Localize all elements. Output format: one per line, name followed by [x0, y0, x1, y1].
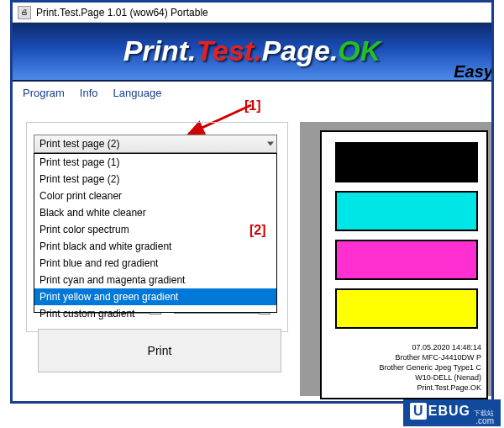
chevron-down-icon — [267, 142, 274, 146]
banner: Print.Test.Page.OK Easy — [13, 23, 491, 82]
dropdown-option[interactable]: Print color spectrum — [34, 221, 276, 238]
menu-language[interactable]: Language — [113, 87, 162, 99]
watermark-tld: .com — [475, 417, 494, 425]
print-button-label: Print — [148, 344, 172, 357]
swatch-yellow — [335, 288, 478, 329]
dropdown-option[interactable]: Color print cleaner — [34, 188, 276, 204]
dropdown-option[interactable]: Print test page (1) — [34, 154, 276, 171]
watermark-brand: EBUG — [428, 404, 470, 419]
banner-easy-label: Easy — [454, 62, 491, 82]
content-area: [1] [2] [3] Print test page (2) Print te… — [13, 103, 491, 401]
menu-program[interactable]: Program — [23, 87, 65, 99]
swatch-black — [335, 142, 478, 182]
dropdown-option[interactable]: Print blue and red gradient — [34, 255, 276, 272]
dropdown-option[interactable]: Print yellow and green gradient — [34, 288, 276, 305]
swatch-cyan — [335, 191, 478, 231]
dropdown-option[interactable]: Print custom gradient — [34, 305, 276, 322]
swatch-magenta — [335, 240, 478, 280]
banner-logo-text: Print.Test.Page.OK — [123, 34, 381, 66]
app-icon: 🖨 — [18, 6, 31, 19]
preview-page: 07.05.2020 14:48:14 Brother MFC-J4410DW … — [320, 130, 488, 399]
watermark-logo-icon: U — [410, 403, 427, 420]
dropdown-option[interactable]: Print test page (2) — [34, 171, 276, 188]
options-groupbox: Print test page (2) Print test page (1)P… — [26, 122, 288, 332]
dropdown-option[interactable]: Print black and white gradient — [34, 238, 276, 255]
print-button[interactable]: Print — [38, 329, 281, 373]
dropdown-option[interactable]: Print cyan and magenta gradient — [34, 272, 276, 288]
test-page-combobox[interactable]: Print test page (2) — [34, 135, 277, 153]
window-title: Print.Test.Page 1.01 (wow64) Portable — [36, 7, 208, 18]
preview-meta: 07.05.2020 14:48:14 Brother MFC-J4410DW … — [332, 342, 481, 393]
dropdown-option[interactable]: Black and white cleaner — [34, 204, 276, 221]
menu-info[interactable]: Info — [80, 87, 98, 99]
titlebar: 🖨 Print.Test.Page 1.01 (wow64) Portable — [13, 3, 491, 23]
test-page-dropdown[interactable]: Print test page (1)Print test page (2)Co… — [34, 153, 277, 313]
combobox-value: Print test page (2) — [39, 138, 119, 150]
menubar: Program Info Language — [13, 82, 491, 103]
watermark: U EBUG 下载站 .com — [403, 399, 501, 426]
app-window: 🖨 Print.Test.Page 1.01 (wow64) Portable … — [10, 0, 494, 404]
preview-panel: 07.05.2020 14:48:14 Brother MFC-J4410DW … — [300, 122, 491, 396]
